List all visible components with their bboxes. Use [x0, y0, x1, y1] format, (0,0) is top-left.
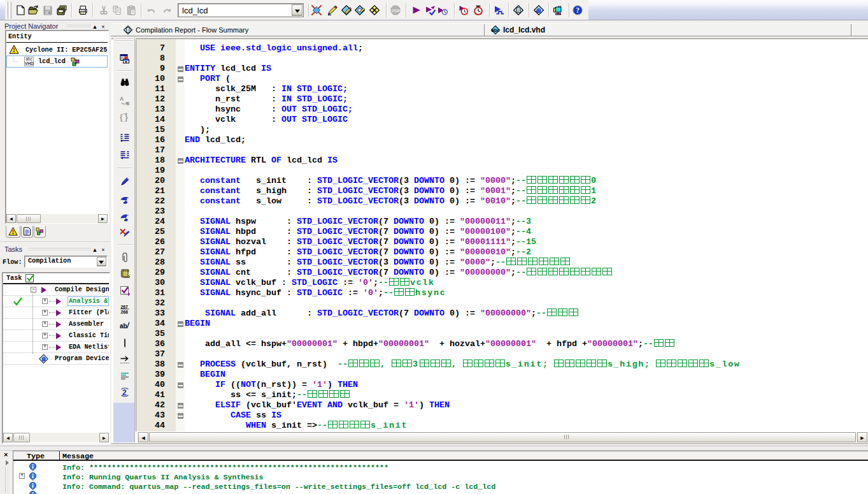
svg-text:?: ?: [576, 6, 580, 14]
svg-text:268: 268: [121, 310, 129, 314]
svg-text:B: B: [126, 101, 130, 106]
svg-text:2: 2: [122, 388, 127, 397]
svg-text:267: 267: [121, 305, 129, 309]
svg-text:ab: ab: [120, 323, 127, 330]
svg-text:STOP: STOP: [391, 9, 400, 13]
svg-text:abc: abc: [492, 27, 500, 33]
svg-text:A: A: [120, 96, 124, 102]
